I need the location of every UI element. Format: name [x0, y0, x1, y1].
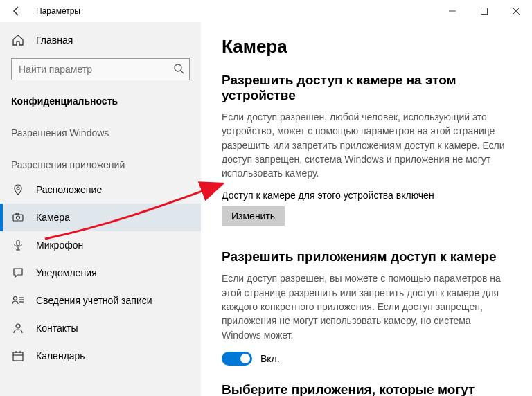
account-icon [11, 294, 25, 307]
section-heading-device-access: Разрешить доступ к камере на этом устрой… [222, 73, 511, 103]
sidebar-item-camera[interactable]: Камера [0, 204, 201, 231]
camera-icon [11, 210, 25, 224]
speech-bubble-icon [11, 266, 25, 280]
sidebar-group-app-permissions: Разрешения приложений [0, 152, 201, 176]
svg-point-6 [17, 187, 19, 190]
sidebar-item-location[interactable]: Расположение [0, 176, 201, 204]
svg-rect-1 [481, 8, 488, 15]
sidebar-home[interactable]: Главная [0, 28, 201, 53]
sidebar-section-privacy: Конфиденциальность [0, 89, 201, 112]
section-desc-device-access: Если доступ разрешен, любой человек, исп… [222, 110, 511, 180]
sidebar-item-label: Расположение [36, 184, 102, 195]
location-icon [11, 183, 25, 197]
sidebar-item-label: Микрофон [36, 240, 83, 251]
svg-rect-7 [13, 215, 23, 221]
sidebar-item-label: Уведомления [36, 267, 97, 278]
page-title: Камера [222, 36, 511, 57]
sidebar-item-contacts[interactable]: Контакты [0, 314, 201, 342]
sidebar: Главная Конфиденциальность Разрешения Wi… [0, 22, 201, 396]
microphone-icon [11, 238, 25, 252]
back-button[interactable] [6, 0, 28, 22]
sidebar-item-microphone[interactable]: Микрофон [0, 231, 201, 259]
close-button[interactable] [500, 0, 532, 22]
section-heading-app-access: Разрешить приложениям доступ к камере [222, 249, 511, 264]
home-icon [11, 33, 25, 47]
sidebar-home-label: Главная [36, 35, 73, 46]
section-heading-choose-apps: Выберите приложения, которые могут получ… [222, 382, 511, 396]
sidebar-item-label: Контакты [36, 323, 78, 334]
minimize-button[interactable] [436, 0, 468, 22]
calendar-icon [11, 349, 25, 363]
section-desc-app-access: Если доступ разрешен, вы можете с помощь… [222, 271, 511, 341]
device-access-status: Доступ к камере для этого устройства вкл… [222, 190, 511, 201]
maximize-button[interactable] [468, 0, 500, 22]
change-button[interactable]: Изменить [222, 206, 285, 226]
window-titlebar: Параметры [0, 0, 532, 22]
svg-line-5 [181, 71, 184, 73]
app-access-toggle[interactable] [222, 352, 252, 366]
svg-point-11 [14, 297, 17, 300]
sidebar-item-label: Календарь [36, 350, 85, 361]
back-icon [11, 6, 22, 17]
toggle-state-label: Вкл. [260, 353, 280, 364]
svg-rect-9 [16, 213, 19, 215]
svg-rect-16 [13, 352, 23, 361]
sidebar-item-account-info[interactable]: Сведения учетной записи [0, 287, 201, 314]
svg-point-4 [175, 64, 181, 71]
window-title: Параметры [36, 6, 80, 16]
contacts-icon [11, 321, 25, 335]
search-icon [173, 63, 184, 76]
svg-rect-10 [17, 240, 19, 246]
sidebar-item-label: Камера [36, 212, 70, 223]
sidebar-item-notifications[interactable]: Уведомления [0, 259, 201, 287]
svg-point-15 [16, 324, 20, 328]
sidebar-item-label: Сведения учетной записи [36, 295, 152, 306]
svg-point-8 [17, 216, 20, 219]
sidebar-item-calendar[interactable]: Календарь [0, 342, 201, 370]
search-box [11, 58, 190, 80]
sidebar-group-windows-permissions: Разрешения Windows [0, 120, 201, 144]
main-content: Камера Разрешить доступ к камере на этом… [201, 22, 532, 396]
window-controls [436, 0, 532, 22]
search-input[interactable] [11, 58, 190, 80]
